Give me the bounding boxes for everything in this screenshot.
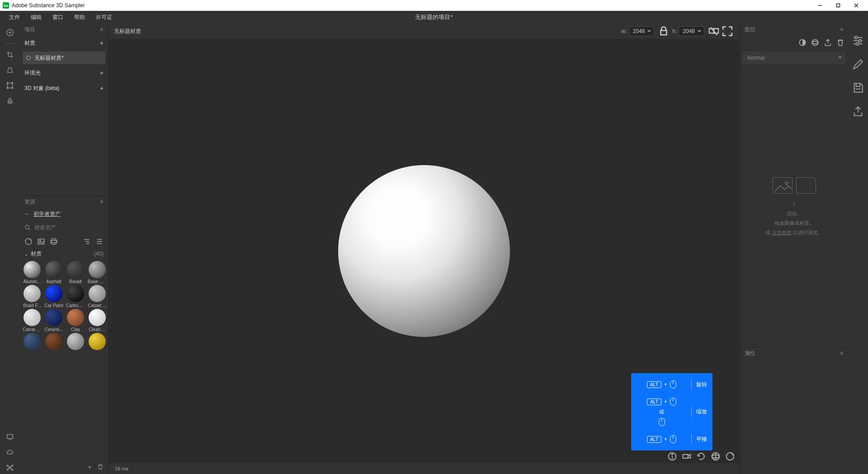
svg-point-27 bbox=[40, 240, 41, 241]
view-list-icon[interactable] bbox=[95, 237, 104, 246]
asset-item[interactable]: Basalt bbox=[66, 261, 85, 284]
layers-panel-title: 图层 bbox=[745, 26, 755, 33]
add-material-icon[interactable]: + bbox=[100, 39, 104, 47]
drop-browse-link[interactable]: 点击此处 bbox=[772, 230, 792, 235]
warp-tool[interactable] bbox=[4, 79, 16, 92]
material-item[interactable]: 无标题材质* bbox=[23, 52, 105, 64]
add-3d-icon[interactable]: + bbox=[100, 85, 104, 92]
width-select[interactable]: 2048 bbox=[629, 26, 655, 36]
svg-rect-43 bbox=[683, 455, 688, 458]
info-button[interactable] bbox=[667, 451, 677, 461]
asset-label: Carpet ... bbox=[88, 303, 107, 308]
pencil-icon[interactable] bbox=[852, 58, 864, 71]
2d3d-toggle-button[interactable] bbox=[708, 26, 720, 36]
crop-tool[interactable] bbox=[4, 48, 16, 61]
menu-window[interactable]: 窗口 bbox=[47, 11, 69, 24]
assets-add-button[interactable]: + bbox=[88, 463, 92, 471]
properties-panel-close[interactable]: × bbox=[840, 350, 844, 357]
assets-count: (40) bbox=[94, 251, 104, 257]
contrast-icon[interactable] bbox=[798, 38, 807, 47]
zoom-label: 缩放 bbox=[696, 408, 707, 416]
asset-thumb bbox=[45, 261, 62, 278]
asset-item[interactable] bbox=[66, 333, 85, 351]
filter-sphere-icon[interactable] bbox=[50, 237, 58, 246]
mouse-right-icon bbox=[670, 398, 676, 406]
filter-material-icon[interactable] bbox=[24, 237, 33, 246]
asset-item[interactable]: Braid F... bbox=[23, 285, 42, 308]
layers-panel: 图层 × Normal ↓ 启动。 拖放图像或材质。 bbox=[740, 24, 848, 347]
assets-delete-button[interactable] bbox=[97, 464, 104, 471]
blend-mode-select[interactable]: Normal bbox=[743, 52, 845, 64]
maximize-button[interactable] bbox=[829, 0, 847, 11]
assets-search-input[interactable] bbox=[34, 224, 104, 231]
network-icon[interactable] bbox=[4, 461, 16, 474]
asset-item[interactable]: Clay bbox=[66, 309, 85, 332]
menu-license[interactable]: 许可证 bbox=[90, 11, 118, 24]
material-item-label: 无标题材质* bbox=[34, 54, 64, 62]
layer-mask-icon[interactable] bbox=[811, 38, 819, 47]
globe-button[interactable] bbox=[711, 451, 721, 461]
asset-thumb bbox=[24, 285, 41, 302]
menu-help[interactable]: 帮助 bbox=[69, 11, 90, 24]
filter-image-icon[interactable] bbox=[37, 237, 45, 246]
menu-edit[interactable]: 编辑 bbox=[25, 11, 47, 24]
asset-label: Alumin... bbox=[23, 279, 42, 284]
add-env-icon[interactable]: + bbox=[100, 69, 104, 76]
perspective-tool[interactable] bbox=[4, 64, 16, 76]
asset-item[interactable]: Carbon ... bbox=[66, 285, 85, 308]
menu-file[interactable]: 文件 bbox=[4, 11, 25, 24]
asset-item[interactable]: Carrara... bbox=[23, 309, 42, 332]
asset-item[interactable] bbox=[44, 333, 63, 351]
asset-item[interactable]: Carpet ... bbox=[88, 285, 107, 308]
asset-item[interactable]: Base M... bbox=[88, 261, 107, 284]
asset-item[interactable]: Car Paint bbox=[44, 285, 63, 308]
render-button[interactable] bbox=[725, 451, 735, 461]
asset-item[interactable]: Clean ... bbox=[88, 309, 107, 332]
asset-item[interactable] bbox=[23, 333, 42, 351]
minimize-button[interactable] bbox=[811, 0, 829, 11]
monitor-icon[interactable] bbox=[4, 431, 16, 443]
add-tool[interactable] bbox=[4, 26, 16, 39]
refresh-button[interactable] bbox=[696, 451, 706, 461]
close-button[interactable] bbox=[847, 0, 865, 11]
viewport-tab-label: 无标题材质 bbox=[114, 28, 141, 35]
assets-panel-title: 资源 bbox=[24, 198, 35, 206]
assets-panel-close[interactable]: × bbox=[100, 198, 104, 205]
assets-back[interactable]: ← 初学者资产 bbox=[20, 208, 108, 220]
asset-thumb bbox=[67, 309, 84, 326]
height-select[interactable]: 2048 bbox=[679, 26, 704, 36]
project-3d-section[interactable]: 3D 对象 (beta) + bbox=[20, 81, 108, 96]
lock-aspect-button[interactable] bbox=[658, 26, 670, 36]
asset-item[interactable]: Alumin... bbox=[23, 261, 42, 284]
project-materials-section[interactable]: 材质 + bbox=[20, 35, 108, 51]
save-icon[interactable] bbox=[852, 81, 864, 94]
export-icon[interactable] bbox=[824, 38, 832, 47]
camera-button[interactable] bbox=[682, 451, 692, 461]
asset-item[interactable] bbox=[88, 333, 107, 351]
mouse-left-icon bbox=[670, 380, 676, 389]
layers-panel-close[interactable]: × bbox=[840, 26, 844, 33]
sort-icon[interactable] bbox=[83, 237, 91, 246]
svg-point-51 bbox=[785, 182, 788, 185]
stamp-tool[interactable] bbox=[4, 95, 16, 107]
right-panels: 图层 × Normal ↓ 启动。 拖放图像或材质。 bbox=[740, 24, 848, 474]
cloud-icon[interactable] bbox=[4, 446, 16, 459]
render-ms: 16 ms bbox=[115, 466, 128, 471]
delete-layer-icon[interactable] bbox=[836, 38, 844, 47]
asset-label: Basalt bbox=[66, 279, 85, 284]
asset-item[interactable]: Asphalt bbox=[44, 261, 63, 284]
file-placeholder-icon bbox=[796, 177, 816, 194]
project-env-section[interactable]: 环境光 + bbox=[20, 65, 108, 81]
svg-rect-1 bbox=[837, 4, 840, 7]
menubar: 文件 编辑 窗口 帮助 许可证 无标题的项目* bbox=[0, 11, 868, 24]
viewport[interactable]: ALT+ 旋转 ALT+ 或 缩放 ALT+ 平移 bbox=[108, 39, 740, 463]
layers-drop-area[interactable]: ↓ 启动。 拖放图像或材质。 或 点击此处 以进行浏览。 bbox=[740, 66, 848, 347]
asset-label: Clean ... bbox=[88, 327, 107, 332]
assets-category-header[interactable]: ⌄ 材质 (40) bbox=[20, 248, 108, 259]
sliders-icon[interactable] bbox=[852, 34, 864, 47]
pan-label: 平移 bbox=[696, 436, 707, 443]
asset-item[interactable]: Cerami... bbox=[44, 309, 63, 332]
share-icon[interactable] bbox=[852, 105, 864, 118]
project-panel-close[interactable]: × bbox=[100, 26, 104, 33]
fullscreen-button[interactable] bbox=[722, 26, 733, 36]
